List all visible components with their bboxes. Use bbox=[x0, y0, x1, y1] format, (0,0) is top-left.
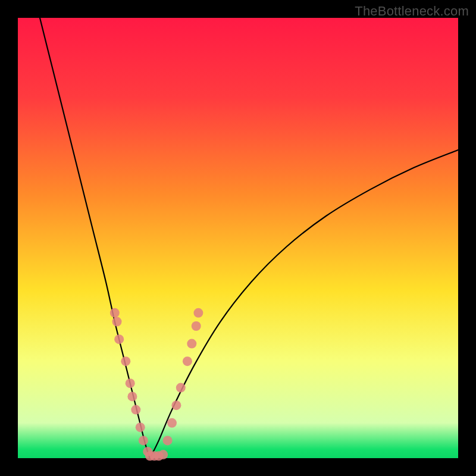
data-point bbox=[112, 317, 122, 327]
data-point bbox=[158, 450, 168, 459]
plot-area bbox=[18, 18, 458, 458]
data-point bbox=[171, 400, 181, 410]
bottleneck-curve-svg bbox=[18, 18, 458, 458]
data-point bbox=[114, 334, 124, 344]
data-point bbox=[192, 321, 201, 331]
watermark-text: TheBottleneck.com bbox=[355, 4, 469, 19]
curve-right-branch bbox=[150, 150, 458, 458]
data-point bbox=[121, 356, 130, 366]
data-point bbox=[187, 339, 196, 349]
data-point bbox=[127, 392, 137, 401]
data-point bbox=[139, 436, 148, 445]
data-point bbox=[167, 418, 177, 428]
scatter-points bbox=[110, 308, 203, 461]
data-point bbox=[126, 378, 135, 388]
data-point bbox=[163, 436, 173, 445]
data-point bbox=[183, 356, 192, 366]
data-point bbox=[110, 308, 120, 318]
data-point bbox=[131, 405, 140, 415]
data-point bbox=[193, 308, 203, 318]
data-point bbox=[176, 383, 186, 393]
outer-frame: TheBottleneck.com bbox=[0, 0, 476, 476]
data-point bbox=[136, 422, 145, 432]
